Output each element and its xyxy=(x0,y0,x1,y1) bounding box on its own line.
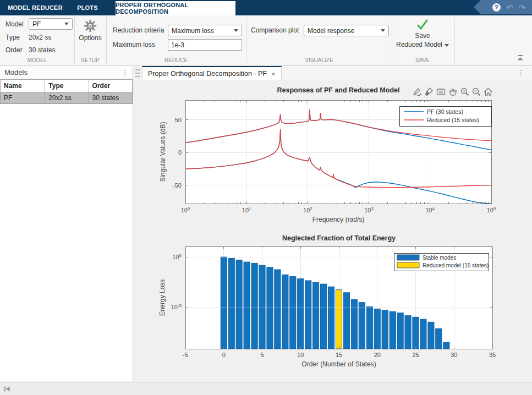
model-dropdown-value: PF xyxy=(32,20,41,28)
comparison-plot-value: Model response xyxy=(308,27,354,35)
svg-text:5: 5 xyxy=(260,352,264,358)
reduction-criteria-label: Reduction criteria xyxy=(113,26,164,34)
svg-text:103: 103 xyxy=(364,206,374,213)
bar-stable-mode xyxy=(267,267,273,349)
status-bar xyxy=(0,382,532,395)
comparison-plot-label: Comparison plot xyxy=(251,26,299,34)
options-button[interactable]: Options xyxy=(77,19,103,42)
panel-splitter[interactable] xyxy=(134,66,142,381)
document-tab-title: Proper Orthogonal Decomposition - PF xyxy=(148,70,267,78)
save-button-line1: Save xyxy=(415,32,430,40)
tab-model-reducer[interactable]: MODEL REDUCER xyxy=(4,0,66,15)
svg-text:Energy Loss: Energy Loss xyxy=(158,279,166,316)
svg-text:Order (Number of States): Order (Number of States) xyxy=(301,360,376,368)
redo-icon[interactable]: ↷ xyxy=(518,3,525,12)
brush-icon[interactable] xyxy=(424,87,434,97)
bar-stable-mode xyxy=(290,277,296,349)
axes-toolbar xyxy=(412,87,493,97)
tab-proper-orthogonal-decomposition[interactable]: PROPER ORTHOGONAL DECOMPOSITION xyxy=(116,1,235,15)
section-separator xyxy=(106,17,107,64)
options-button-label: Options xyxy=(79,34,101,42)
svg-text:Neglected Fraction of Total En: Neglected Fraction of Total Energy xyxy=(282,234,396,242)
chevron-down-icon xyxy=(381,29,385,32)
bar-stable-mode xyxy=(236,260,242,349)
section-separator xyxy=(454,17,455,64)
datatips-icon[interactable] xyxy=(436,87,446,97)
models-col-order: Order xyxy=(89,80,132,92)
bar-stable-mode xyxy=(366,306,372,349)
order-label: Order xyxy=(6,46,23,54)
figure-canvas: 100101102103104105500-50Frequency (rad/s… xyxy=(142,80,532,381)
models-panel: Models ⋮ Name Type Order PF 20x2 ss 30 s… xyxy=(0,66,133,381)
svg-text:-50: -50 xyxy=(173,182,182,189)
minimize-toolstrip-icon[interactable] xyxy=(515,54,524,63)
models-col-type: Type xyxy=(45,80,89,92)
model-name-cell: PF xyxy=(1,92,45,104)
svg-text:50: 50 xyxy=(175,117,182,123)
bar-stable-mode xyxy=(390,311,396,349)
save-button-line2: Reduced Model xyxy=(396,41,449,48)
svg-text:15: 15 xyxy=(336,352,342,358)
document-tab-pod-pf[interactable]: Proper Orthogonal Decomposition - PF × xyxy=(142,66,282,80)
svg-text:25: 25 xyxy=(412,352,419,358)
comparison-plot-dropdown[interactable]: Model response xyxy=(304,25,389,36)
models-panel-menu-icon[interactable]: ⋮ xyxy=(122,69,128,76)
bar-stable-mode xyxy=(328,287,334,349)
maximum-loss-input[interactable] xyxy=(168,39,242,51)
svg-text:0: 0 xyxy=(222,352,226,358)
svg-text:30: 30 xyxy=(451,352,457,358)
bar-stable-mode xyxy=(382,310,388,349)
model-order-cell: 30 states xyxy=(89,92,132,104)
models-col-name: Name xyxy=(1,80,45,92)
restore-view-icon[interactable] xyxy=(483,87,493,97)
reduction-criteria-value: Maximum loss xyxy=(172,27,214,35)
check-icon xyxy=(416,19,429,31)
svg-text:35: 35 xyxy=(489,352,496,358)
svg-text:0: 0 xyxy=(178,149,182,156)
models-panel-title: Models xyxy=(4,68,28,76)
toolstrip: Model PF Type 20x2 ss Order 30 states MO… xyxy=(0,15,532,66)
model-section-label: MODEL xyxy=(11,57,63,63)
reduce-section-label: REDUCE xyxy=(138,57,215,63)
model-type-cell: 20x2 ss xyxy=(45,92,89,104)
svg-text:PF (30 states): PF (30 states) xyxy=(427,108,463,115)
pan-icon[interactable] xyxy=(448,87,458,97)
responses-legend: PF (30 states)Reduced (15 states) xyxy=(399,106,491,126)
zoom-out-icon[interactable] xyxy=(471,87,481,97)
bar-stable-mode xyxy=(420,319,426,349)
type-value: 20x2 ss xyxy=(29,34,51,41)
bar-stable-mode xyxy=(305,281,311,349)
section-separator xyxy=(74,17,75,64)
setup-section-label: SETUP xyxy=(77,57,103,63)
close-icon[interactable]: × xyxy=(271,70,276,78)
undo-icon[interactable]: ↶ xyxy=(506,3,513,12)
zoom-in-icon[interactable] xyxy=(460,87,470,97)
chevron-down-icon xyxy=(234,29,238,32)
order-value: 30 states xyxy=(29,46,56,54)
collapse-panel-icon[interactable] xyxy=(3,385,12,393)
bar-stable-mode xyxy=(275,270,281,349)
save-section-label: SAVE xyxy=(394,57,451,63)
tab-overflow-menu-icon[interactable]: ⋮ xyxy=(518,69,524,76)
svg-text:105: 105 xyxy=(487,206,496,213)
bar-stable-mode xyxy=(321,284,327,349)
svg-text:Stable modes: Stable modes xyxy=(423,255,456,261)
table-row[interactable]: PF 20x2 ss 30 states xyxy=(1,92,133,104)
bar-stable-mode xyxy=(443,342,449,349)
bar-stable-mode xyxy=(397,313,403,349)
reduction-criteria-dropdown[interactable]: Maximum loss xyxy=(168,25,242,36)
svg-text:104: 104 xyxy=(425,206,435,213)
chevron-down-icon xyxy=(64,23,69,25)
bar-stable-mode xyxy=(251,263,257,349)
save-reduced-model-button[interactable]: Save Reduced Model xyxy=(394,19,451,48)
visualize-section-label: VISUALIZE xyxy=(281,57,358,63)
help-icon[interactable]: ? xyxy=(492,3,501,12)
export-icon[interactable] xyxy=(412,87,423,97)
models-panel-header: Models ⋮ xyxy=(0,66,133,79)
gear-icon xyxy=(83,19,97,33)
svg-text:20: 20 xyxy=(374,352,381,358)
model-dropdown[interactable]: PF xyxy=(29,18,73,30)
bar-stable-mode xyxy=(244,262,250,349)
tab-plots[interactable]: PLOTS xyxy=(72,0,103,15)
svg-text:Reduced (15 states): Reduced (15 states) xyxy=(427,117,479,123)
